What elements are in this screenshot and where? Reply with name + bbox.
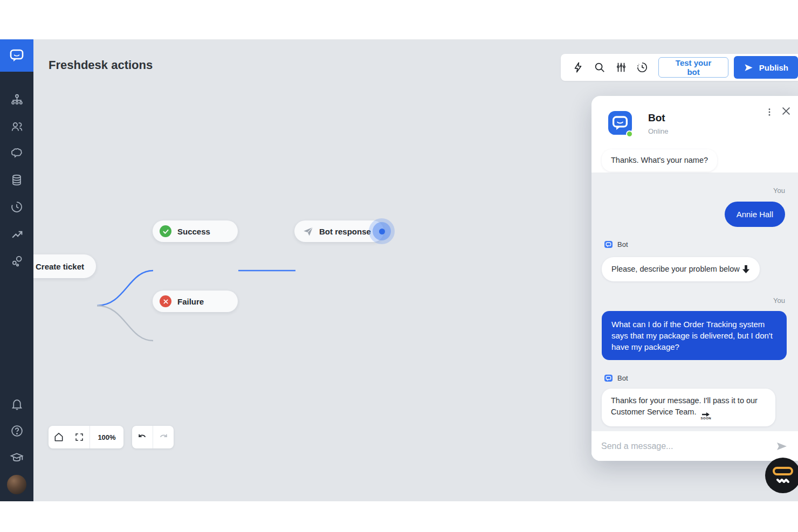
chat-close-button[interactable] xyxy=(778,103,794,119)
zoom-level[interactable]: 100% xyxy=(90,433,123,441)
app-window: Freshdesk actions Test your bo xyxy=(0,0,798,532)
help-button[interactable] xyxy=(0,417,33,444)
message-text: Please, describe your problem below xyxy=(611,264,740,275)
search-button[interactable] xyxy=(589,57,610,78)
chat-menu-button[interactable] xyxy=(761,104,778,120)
database-icon xyxy=(10,174,23,186)
connector-handle-ring xyxy=(373,222,391,240)
message-text: Thanks for your message. I'll pass it to… xyxy=(611,396,758,416)
bubbles-icon xyxy=(10,254,24,268)
node-create-ticket[interactable]: Create ticket xyxy=(33,254,96,278)
search-icon xyxy=(594,61,606,73)
node-label: Bot response xyxy=(319,227,371,236)
send-icon xyxy=(775,440,788,453)
sidebar-item-integrations[interactable] xyxy=(0,247,33,274)
paper-plane-icon xyxy=(302,226,314,237)
sidebar-item-flows[interactable] xyxy=(0,86,33,113)
chat-bot-status: Online xyxy=(648,127,669,135)
page-title: Freshdesk actions xyxy=(49,58,153,72)
home-view-button[interactable] xyxy=(49,426,69,448)
sender-label-bot: Bot xyxy=(604,240,628,248)
chatfuel-logo-icon xyxy=(8,47,25,64)
kebab-icon xyxy=(765,107,774,117)
node-success[interactable]: Success xyxy=(153,220,238,242)
chat-widget-launcher[interactable] xyxy=(765,458,798,493)
sender-label-text: Bot xyxy=(617,240,628,248)
home-icon xyxy=(53,432,64,443)
trend-icon xyxy=(10,227,24,241)
flows-icon xyxy=(10,93,24,106)
user-menu[interactable] xyxy=(0,471,33,498)
sender-label-bot: Bot xyxy=(604,374,628,382)
brain-icon xyxy=(10,147,24,160)
connector-handle-dot xyxy=(379,229,385,234)
redo-icon xyxy=(158,432,169,443)
bot-message-bubble: Please, describe your problem below xyxy=(602,257,760,281)
question-icon xyxy=(10,424,24,438)
connector-handle[interactable] xyxy=(369,218,395,244)
sender-label-you: You xyxy=(773,296,785,305)
chat-header: Bot Online xyxy=(591,96,798,150)
fuely-face-icon xyxy=(771,465,795,486)
expand-icon xyxy=(74,432,84,442)
avatar xyxy=(7,475,26,494)
soon-text: SOON xyxy=(701,417,712,420)
sender-label-you: You xyxy=(773,186,785,195)
zoom-controls: 100% xyxy=(49,426,123,448)
notifications-bell[interactable] xyxy=(0,390,33,417)
sidebar-item-data[interactable] xyxy=(0,167,33,194)
soon-arrow-emoji: SOON xyxy=(701,412,712,420)
top-toolbar: Test your bot Publish xyxy=(561,54,798,81)
quick-actions-button[interactable] xyxy=(567,57,589,78)
clock-icon xyxy=(10,201,23,213)
success-check-icon xyxy=(160,225,171,237)
node-label: Success xyxy=(177,227,210,236)
sidebar-item-ai[interactable] xyxy=(0,140,33,167)
sender-label-text: Bot xyxy=(617,374,628,382)
sidebar-item-analytics[interactable] xyxy=(0,220,33,247)
settings-sliders-button[interactable] xyxy=(610,57,632,78)
fit-screen-button[interactable] xyxy=(69,426,90,448)
down-arrow-emoji xyxy=(742,265,750,274)
version-history-button[interactable] xyxy=(631,57,653,78)
node-label: Failure xyxy=(177,297,204,306)
undo-button[interactable] xyxy=(132,426,153,448)
mini-bot-icon xyxy=(604,240,613,248)
chat-input-bar xyxy=(591,431,798,461)
online-status-dot xyxy=(626,130,633,137)
node-failure[interactable]: Failure xyxy=(153,291,238,312)
publish-label: Publish xyxy=(759,63,788,72)
send-icon xyxy=(744,63,754,73)
chat-bot-title: Bot xyxy=(648,112,665,124)
bot-message-bubble: Thanks for your message. I'll pass it to… xyxy=(602,389,775,426)
people-icon xyxy=(10,120,24,133)
sliders-icon xyxy=(615,61,627,73)
mini-bot-icon xyxy=(604,374,613,382)
close-icon xyxy=(780,105,792,117)
user-message-bubble: Annie Hall xyxy=(725,202,785,227)
redo-button[interactable] xyxy=(153,426,174,448)
sidebar xyxy=(0,39,33,501)
node-label: Create ticket xyxy=(36,262,84,271)
graduation-cap-icon xyxy=(10,451,24,465)
sidebar-nav xyxy=(0,72,33,274)
sidebar-item-history[interactable] xyxy=(0,194,33,220)
chatfuel-logo[interactable] xyxy=(0,39,33,72)
undo-redo-controls xyxy=(132,426,174,448)
publish-button[interactable]: Publish xyxy=(734,56,798,79)
sidebar-item-audience[interactable] xyxy=(0,113,33,140)
message-input[interactable] xyxy=(601,441,775,451)
send-message-button[interactable] xyxy=(775,440,788,453)
history-clock-icon xyxy=(636,61,648,73)
lightning-icon xyxy=(572,61,584,73)
chat-test-panel: Bot Online Thanks. What's your name? You… xyxy=(591,96,798,461)
sidebar-bottom xyxy=(0,390,33,498)
bot-message-bubble: Thanks. What's your name? xyxy=(602,149,717,171)
academy-button[interactable] xyxy=(0,444,33,471)
user-message-bubble: What can I do if the Order Tracking syst… xyxy=(602,311,787,360)
failure-x-icon xyxy=(160,295,171,307)
test-your-bot-button[interactable]: Test your bot xyxy=(658,57,728,78)
undo-icon xyxy=(137,432,148,443)
bell-icon xyxy=(10,397,24,411)
